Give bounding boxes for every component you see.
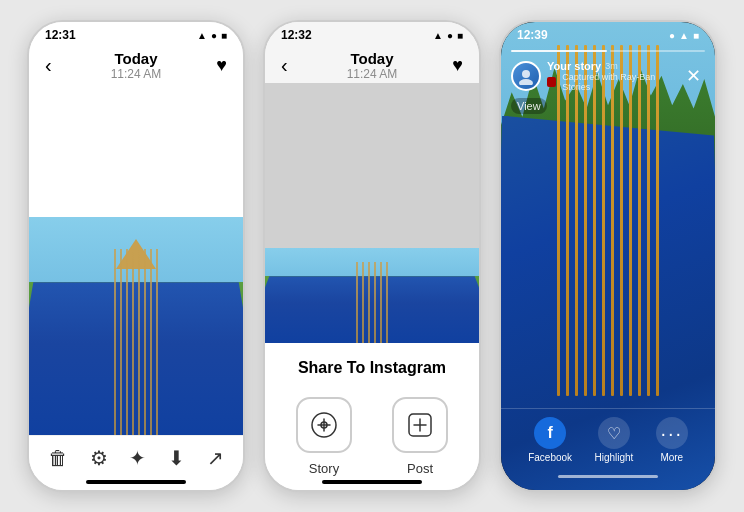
- phone2-title: Today: [347, 50, 398, 67]
- string-5: [138, 249, 140, 435]
- phone2-heart-button[interactable]: ♥: [452, 55, 463, 76]
- battery-icon: ■: [457, 30, 463, 41]
- story-icon: [296, 397, 352, 453]
- phone2-subtitle: 11:24 AM: [347, 67, 398, 81]
- story-subtitle-text: Captured with Ray-Ban Stories: [562, 72, 675, 92]
- phone1-blank-area: [29, 83, 243, 217]
- share-button[interactable]: ↗: [207, 446, 224, 470]
- tent-strings-2: [265, 262, 479, 343]
- phone2-time: 12:32: [281, 28, 312, 42]
- phone2-status-bar: 12:32 ▲ ● ■: [265, 22, 479, 46]
- post-icon: [392, 397, 448, 453]
- phone1-status-icons: ▲ ● ■: [197, 30, 227, 41]
- phone-1: 12:31 ▲ ● ■ ‹ Today 11:24 AM ♥: [27, 20, 245, 492]
- phone1-subtitle: 11:24 AM: [111, 67, 162, 81]
- story-user-row: Your story 3m Captured with Ray-Ban Stor…: [511, 60, 705, 92]
- wifi-icon-3: ▲: [679, 30, 689, 41]
- string-3: [126, 249, 128, 435]
- phone1-heart-button[interactable]: ♥: [216, 55, 227, 76]
- tent-strings: [29, 249, 243, 435]
- phone1-time: 12:31: [45, 28, 76, 42]
- adjust-button[interactable]: ⚙: [90, 446, 108, 470]
- rayban-icon: [547, 77, 556, 87]
- string-1: [114, 249, 116, 435]
- phone1-back-button[interactable]: ‹: [45, 54, 52, 77]
- phone1-photo: [29, 217, 243, 435]
- string-2: [120, 249, 122, 435]
- phone2-photo: [265, 248, 479, 343]
- progress-bar-2: [610, 50, 706, 52]
- share-sheet-title: Share To Instagram: [298, 359, 446, 377]
- highlight-button[interactable]: ♡ Highlight: [594, 417, 633, 463]
- phone1-nav-bar: ‹ Today 11:24 AM ♥: [29, 46, 243, 83]
- phone2-blank-area: [265, 83, 479, 248]
- string-5: [380, 262, 382, 343]
- avatar-icon: [517, 67, 535, 85]
- story-label: Story: [309, 461, 339, 476]
- phone1-nav-title: Today 11:24 AM: [111, 50, 162, 81]
- signal-icon: ▲: [433, 30, 443, 41]
- battery-icon: ■: [221, 30, 227, 41]
- story-view-label[interactable]: View: [511, 98, 547, 114]
- post-square-plus-icon: [406, 411, 434, 439]
- story-close-button[interactable]: ✕: [681, 64, 705, 88]
- phone2-nav-title: Today 11:24 AM: [347, 50, 398, 81]
- string-7: [150, 249, 152, 435]
- highlight-icon: ♡: [598, 417, 630, 449]
- more-button[interactable]: ··· More: [656, 417, 688, 463]
- download-button[interactable]: ⬇: [168, 446, 185, 470]
- phone3-bottom: f Facebook ♡ Highlight ··· More: [501, 400, 715, 490]
- story-progress-bars: [511, 50, 705, 52]
- signal-icon: ▲: [197, 30, 207, 41]
- highlight-label: Highlight: [594, 452, 633, 463]
- phone-3: 12:39 ● ▲ ■: [499, 20, 717, 492]
- phone3-home-indicator-bar: [558, 475, 658, 478]
- share-options: Story Post: [296, 397, 448, 476]
- phone3-status-icons: ● ▲ ■: [669, 30, 699, 41]
- magic-button[interactable]: ✦: [129, 446, 146, 470]
- story-user-info: Your story 3m Captured with Ray-Ban Stor…: [547, 60, 675, 92]
- phone1-title: Today: [111, 50, 162, 67]
- phone2-status-icons: ▲ ● ■: [433, 30, 463, 41]
- string-6: [386, 262, 388, 343]
- facebook-icon: f: [534, 417, 566, 449]
- phone1-tent-canvas: [29, 217, 243, 435]
- phone2-home-indicator: [265, 476, 479, 490]
- more-label: More: [660, 452, 683, 463]
- phone2-back-button[interactable]: ‹: [281, 54, 288, 77]
- post-label: Post: [407, 461, 433, 476]
- wifi-icon: ●: [211, 30, 217, 41]
- story-option[interactable]: Story: [296, 397, 352, 476]
- string-3: [368, 262, 370, 343]
- phone1-photo-area: [29, 83, 243, 435]
- string-8: [156, 249, 158, 435]
- share-sheet: Share To Instagram Story: [265, 343, 479, 476]
- story-avatar: [511, 61, 541, 91]
- battery-icon-3: ■: [693, 30, 699, 41]
- string-6: [144, 249, 146, 435]
- svg-point-8: [519, 79, 533, 85]
- post-option[interactable]: Post: [392, 397, 448, 476]
- svg-point-7: [522, 70, 530, 78]
- phone2-tent-canvas: [265, 248, 479, 343]
- phone1-home-bar: [86, 480, 186, 484]
- phone3-home-bar: [501, 471, 715, 482]
- story-time-ago: 3m: [605, 61, 618, 71]
- delete-button[interactable]: 🗑: [48, 447, 68, 470]
- phone2-home-bar: [322, 480, 422, 484]
- phone1-toolbar: 🗑 ⚙ ✦ ⬇ ↗: [29, 435, 243, 476]
- phone1-status-bar: 12:31 ▲ ● ■: [29, 22, 243, 46]
- facebook-button[interactable]: f Facebook: [528, 417, 572, 463]
- string-4: [132, 249, 134, 435]
- wifi-icon: ●: [447, 30, 453, 41]
- facebook-label: Facebook: [528, 452, 572, 463]
- story-bottom-icons: f Facebook ♡ Highlight ··· More: [501, 408, 715, 471]
- phone3-top: 12:39 ● ▲ ■: [501, 22, 715, 122]
- phone3-status-bar: 12:39 ● ▲ ■: [501, 22, 715, 46]
- story-username: Your story: [547, 60, 601, 72]
- string-4: [374, 262, 376, 343]
- story-circle-plus-icon: [310, 411, 338, 439]
- phone-2: 12:32 ▲ ● ■ ‹ Today 11:24 AM ♥: [263, 20, 481, 492]
- more-icon: ···: [656, 417, 688, 449]
- phone3-time: 12:39: [517, 28, 548, 42]
